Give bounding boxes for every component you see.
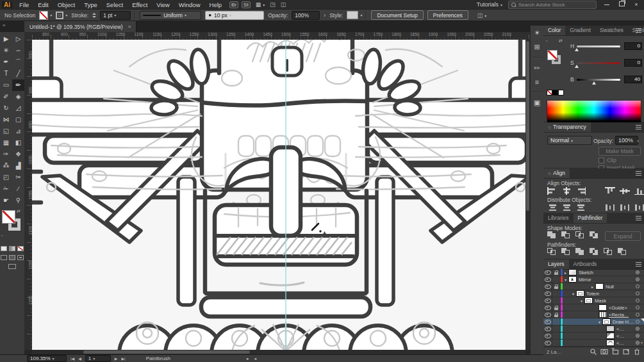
layer-row[interactable]: Sketch: [543, 269, 644, 276]
brush-definition-dropdown[interactable]: ●10 px: [205, 11, 264, 20]
tool-scissors[interactable]: ✁: [0, 183, 12, 195]
target-circle-icon[interactable]: [636, 292, 640, 295]
locate-object-icon[interactable]: [590, 348, 597, 356]
minus-front-button[interactable]: [561, 231, 570, 239]
visibility-eye-icon[interactable]: [543, 325, 552, 332]
expand-chevron-icon[interactable]: [563, 277, 568, 283]
layer-thumbnail[interactable]: [602, 318, 611, 325]
target-circle-icon[interactable]: [636, 299, 640, 302]
expand-chevron-icon[interactable]: [563, 270, 568, 276]
dimensions-icon[interactable]: ◫: [477, 12, 487, 19]
brightness-value[interactable]: 40: [624, 76, 642, 83]
expand-chevron-icon[interactable]: [597, 319, 602, 325]
draw-inside-button[interactable]: [17, 255, 24, 260]
style-swatch-dropdown[interactable]: [347, 11, 362, 19]
panel-menu-icon[interactable]: [636, 171, 641, 176]
tool-eraser[interactable]: ◈: [12, 91, 24, 103]
status-expand-icon[interactable]: ▸: [247, 356, 249, 361]
layer-name[interactable]: <…: [616, 333, 624, 339]
next-artboard-icon[interactable]: ▶: [115, 356, 118, 361]
layer-name[interactable]: <Guide>: [609, 305, 627, 311]
layer-name[interactable]: Draw H…: [613, 319, 634, 325]
layer-thumbnail[interactable]: [606, 333, 615, 339]
tool-lasso[interactable]: ∽: [12, 45, 24, 56]
tool-slice[interactable]: ✂: [12, 172, 24, 183]
tool-selection[interactable]: ▶: [0, 33, 12, 45]
unite-button[interactable]: [547, 231, 556, 239]
black-swatch[interactable]: [552, 90, 558, 95]
tool-paintbrush[interactable]: ✏: [12, 79, 24, 91]
transform-panel-icon[interactable]: ⊞: [534, 43, 540, 51]
tool-type[interactable]: T: [0, 68, 12, 79]
tool-zoom[interactable]: ⚲: [12, 195, 24, 206]
share-icon[interactable]: ◳: [270, 1, 276, 8]
outline-button[interactable]: [604, 248, 613, 256]
target-circle-icon[interactable]: [636, 306, 640, 309]
new-layer-icon[interactable]: [622, 348, 630, 356]
last-artboard-icon[interactable]: ▶|: [121, 356, 125, 361]
collapse-tools-icon[interactable]: «: [3, 22, 5, 28]
tab-libraries[interactable]: Libraries: [543, 213, 574, 223]
tab-color[interactable]: Color: [543, 26, 565, 35]
stroke-swatch[interactable]: [56, 12, 67, 19]
distribute-top-button[interactable]: [547, 204, 557, 211]
zoom-level-dropdown[interactable]: 109.35%: [27, 355, 67, 362]
layers-scroll-hint-icon[interactable]: ▾: [641, 340, 643, 345]
layer-thumbnail[interactable]: [584, 297, 593, 304]
artboard-canvas[interactable]: [32, 40, 525, 350]
tab-layers[interactable]: Layers: [543, 259, 569, 269]
menu-effect[interactable]: Effect: [128, 1, 152, 8]
menu-select[interactable]: Select: [102, 1, 128, 8]
menu-type[interactable]: Type: [79, 1, 102, 8]
appearance-panel-icon[interactable]: ✶: [534, 29, 540, 37]
tool-line-segment[interactable]: ╱: [12, 68, 24, 79]
gradient-mode-button[interactable]: [9, 246, 15, 251]
horizontal-scrollbar-thumb[interactable]: [83, 350, 250, 354]
tool-pen[interactable]: ✒: [0, 56, 12, 68]
brightness-slider[interactable]: [577, 79, 620, 81]
default-swatch-icon[interactable]: ▫: [546, 38, 547, 43]
color-mode-button[interactable]: [1, 246, 7, 251]
layer-row[interactable]: Mirror: [543, 276, 644, 283]
divide-button[interactable]: [547, 248, 556, 256]
swap-fill-stroke-icon[interactable]: ⇄: [17, 209, 21, 214]
saturation-value[interactable]: 0: [624, 59, 642, 67]
export-panel-icon[interactable]: ▣: [534, 99, 540, 107]
layer-row[interactable]: Draw H…: [543, 318, 644, 325]
status-collapse-icon[interactable]: ◂: [254, 356, 257, 361]
align-top-button[interactable]: [605, 187, 615, 195]
layer-thumbnail[interactable]: [606, 340, 615, 346]
visibility-eye-icon[interactable]: [543, 311, 552, 318]
tab-pathfinder[interactable]: Pathfinder: [574, 213, 607, 223]
horizontal-scrollbar[interactable]: [32, 350, 525, 354]
menu-view[interactable]: View: [152, 1, 174, 8]
lock-icon[interactable]: [552, 283, 561, 290]
visibility-eye-icon[interactable]: [543, 304, 552, 311]
target-circle-icon[interactable]: [636, 341, 640, 345]
hue-value[interactable]: 0: [624, 42, 642, 50]
tab-transparency[interactable]: ◇Transparency: [543, 122, 591, 132]
distribute-left-button[interactable]: [605, 204, 615, 211]
panel-menu-icon[interactable]: [636, 262, 641, 267]
new-sublayer-icon[interactable]: [611, 348, 619, 356]
layer-name[interactable]: <…: [616, 340, 624, 346]
search-input[interactable]: Search Adobe Stock: [508, 1, 597, 9]
tool-magic-wand[interactable]: ✳: [0, 45, 12, 56]
tab-artboards[interactable]: Artboards: [569, 259, 602, 269]
draw-behind-button[interactable]: [9, 255, 15, 260]
visibility-eye-icon[interactable]: [543, 333, 552, 339]
target-circle-icon[interactable]: [636, 270, 640, 274]
layer-name[interactable]: <Recta…: [609, 312, 629, 318]
make-mask-button[interactable]: Make Mask: [599, 147, 641, 156]
lock-toggle-empty[interactable]: [552, 290, 561, 297]
target-circle-icon[interactable]: [636, 284, 640, 288]
align-bottom-button[interactable]: [634, 187, 644, 195]
tool-artboard[interactable]: ◰: [0, 172, 12, 183]
layer-thumbnail[interactable]: [568, 276, 577, 283]
visibility-eye-icon[interactable]: [543, 297, 552, 304]
make-clipping-mask-icon[interactable]: [600, 348, 608, 356]
panel-menu-icon[interactable]: [636, 28, 641, 33]
opacity-more-arrow[interactable]: ›: [324, 12, 326, 19]
distribute-right-button[interactable]: [634, 204, 644, 211]
tool-eyedropper[interactable]: ✑: [0, 149, 12, 160]
